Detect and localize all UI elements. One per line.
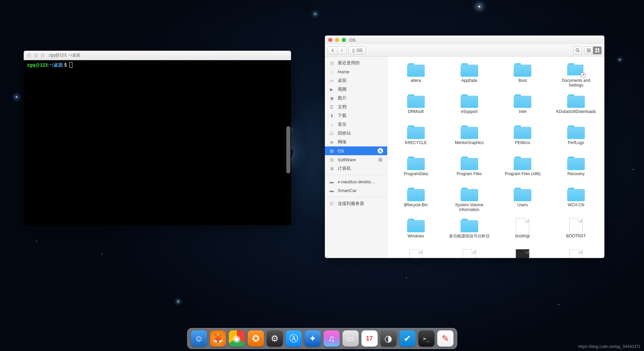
icon-view-button[interactable] bbox=[593, 46, 602, 54]
eject-button[interactable] bbox=[378, 157, 383, 162]
file-item-label: Users bbox=[517, 203, 528, 212]
dock-foxit[interactable]: ✪ bbox=[248, 330, 264, 347]
terminal-window[interactable]: zgq@123: ~/桌面 zgq@123:~/桌面 $ bbox=[24, 51, 291, 225]
file-item[interactable]: altera bbox=[391, 61, 441, 89]
eject-button[interactable] bbox=[378, 148, 383, 154]
file-item[interactable]: KRECYCLE bbox=[391, 123, 441, 151]
content-pane[interactable]: alteraAppDataBoot↗Documents and Settings… bbox=[387, 56, 604, 258]
sidebar-item-os[interactable]: ⊟OS bbox=[325, 146, 387, 155]
disk-icon: ⊟ bbox=[329, 148, 334, 154]
minimize-button[interactable] bbox=[34, 53, 38, 57]
file-item[interactable]: Users bbox=[498, 186, 548, 213]
sidebar-item--[interactable]: ♺回收站 bbox=[325, 129, 387, 138]
sidebar-item--[interactable]: ♪音乐 bbox=[325, 120, 387, 129]
search-button[interactable] bbox=[573, 46, 582, 54]
file-item[interactable]: Program Files bbox=[444, 155, 494, 182]
file-item[interactable]: Intel bbox=[498, 92, 548, 120]
dock-settings[interactable]: ⚙ bbox=[267, 330, 283, 347]
sidebar-item--[interactable]: ▶视频 bbox=[325, 85, 387, 94]
folder-icon bbox=[567, 125, 585, 139]
dock-safari[interactable]: ✦ bbox=[305, 330, 321, 347]
file-item[interactable]: ↗Documents and Settings bbox=[551, 61, 601, 89]
sidebar-item--[interactable]: ▭桌面 bbox=[325, 76, 387, 85]
file-item-label: Windows bbox=[408, 234, 424, 243]
file-item[interactable] bbox=[444, 248, 494, 258]
file-item[interactable]: AppData bbox=[444, 61, 494, 89]
dock-terminal[interactable]: >_ bbox=[418, 330, 435, 347]
file-item[interactable]: Boot bbox=[498, 61, 548, 89]
file-item[interactable]: Program Files (x86) bbox=[498, 155, 548, 182]
path-bar[interactable]: ▯ OS bbox=[349, 46, 366, 54]
dock-utility[interactable]: ✔ bbox=[399, 330, 416, 347]
folder-icon bbox=[407, 94, 425, 108]
file-item[interactable]: bootmgr bbox=[498, 217, 548, 244]
file-item[interactable]: PEMicro bbox=[498, 123, 548, 151]
file-item[interactable]: $Recycle.Bin bbox=[391, 186, 441, 213]
sidebar-item--[interactable]: ◉图片 bbox=[325, 94, 387, 102]
terminal-title: zgq@123: ~/桌面 bbox=[49, 52, 80, 58]
sidebar-item-home[interactable]: ⌂Home bbox=[325, 67, 387, 76]
file-item[interactable] bbox=[498, 248, 548, 258]
sidebar-item--[interactable]: ⬇下载 bbox=[325, 111, 387, 120]
dock-chrome[interactable]: ◉ bbox=[229, 330, 245, 347]
sidebar-item--[interactable]: ☰文档 bbox=[325, 102, 387, 111]
maximize-button[interactable] bbox=[342, 38, 346, 42]
close-button[interactable] bbox=[328, 38, 332, 42]
disk-icon: ⊟ bbox=[329, 157, 334, 162]
file-item[interactable]: Recovery bbox=[551, 155, 601, 182]
download-icon: ⬇ bbox=[329, 113, 334, 118]
dock-calendar[interactable]: 17 bbox=[361, 330, 378, 347]
sidebar-item-label: 桌面 bbox=[338, 77, 347, 84]
close-button[interactable] bbox=[27, 53, 31, 57]
list-view-button[interactable] bbox=[584, 46, 593, 54]
image-icon: ◉ bbox=[329, 96, 334, 101]
dock-itunes[interactable]: ♫ bbox=[324, 330, 340, 347]
sidebar-item-label: 网络 bbox=[338, 139, 347, 145]
file-item[interactable]: WCH.CN bbox=[551, 186, 601, 213]
terminal-body[interactable]: zgq@123:~/桌面 $ bbox=[24, 60, 291, 225]
sidebar-item-software[interactable]: ⊟SoftWare bbox=[325, 155, 387, 164]
dock-finder[interactable]: ☺ bbox=[191, 330, 207, 347]
maximize-button[interactable] bbox=[41, 53, 45, 57]
star bbox=[479, 6, 480, 7]
file-item[interactable] bbox=[551, 248, 601, 258]
sidebar-item--[interactable]: 🖥计算机 bbox=[325, 164, 387, 173]
back-button[interactable] bbox=[328, 46, 337, 54]
dock-firefox[interactable]: 🦊 bbox=[210, 330, 226, 347]
sidebar-item-x-nautilus-deskto-[interactable]: ▬x-nautilus-deskto… bbox=[325, 177, 387, 186]
file-item[interactable]: PerfLogs bbox=[551, 123, 601, 151]
file-item[interactable]: Windows bbox=[391, 217, 441, 244]
file-manager-titlebar[interactable]: OS bbox=[325, 36, 604, 44]
terminal-titlebar[interactable]: zgq@123: ~/桌面 bbox=[24, 51, 291, 60]
minimize-button[interactable] bbox=[335, 38, 339, 42]
svg-rect-1 bbox=[595, 48, 597, 50]
dock-facetime[interactable]: ▭ bbox=[342, 330, 359, 347]
file-item-label: 多功能虚拟信号分析仪 bbox=[449, 234, 490, 243]
file-item[interactable]: ProgramData bbox=[391, 155, 441, 182]
file-manager-window[interactable]: OS ▯ OS ◷最近使用的⌂Home▭桌面▶视频◉图片☰文档⬇下载♪音乐♺回收… bbox=[325, 36, 604, 258]
file-item-label: Intel bbox=[519, 109, 527, 119]
file-item[interactable]: BOOTNXT bbox=[551, 217, 601, 244]
dock-quicktime[interactable]: ◑ bbox=[380, 330, 397, 347]
sidebar-item-label: Home bbox=[338, 69, 350, 74]
folder-icon bbox=[461, 125, 478, 139]
sidebar-item-smartcar[interactable]: ▬SmartCar bbox=[325, 186, 387, 195]
sidebar-item--[interactable]: ⊕网络 bbox=[325, 138, 387, 146]
file-item[interactable]: KDubaSoftDownloads bbox=[551, 92, 601, 120]
terminal-scrollbar[interactable] bbox=[286, 126, 290, 173]
file-item[interactable]: DRMsoft bbox=[391, 92, 441, 120]
sidebar-separator bbox=[325, 175, 387, 175]
dock-notes[interactable]: ✎ bbox=[437, 330, 453, 347]
sidebar-item--[interactable]: ◷最近使用的 bbox=[325, 59, 387, 67]
forward-button[interactable] bbox=[337, 46, 347, 54]
sidebar-item--[interactable]: ☷连接到服务器 bbox=[325, 199, 387, 208]
watermark: https://blog.csdn.net/qq_34430371 bbox=[578, 344, 641, 349]
file-item[interactable]: System Volume Information bbox=[444, 186, 494, 213]
server-icon: ☷ bbox=[329, 201, 334, 206]
file-item[interactable]: 多功能虚拟信号分析仪 bbox=[444, 217, 494, 244]
folder-icon bbox=[514, 187, 531, 201]
file-item[interactable]: MentorGraphics bbox=[444, 123, 494, 151]
file-item[interactable] bbox=[391, 248, 441, 258]
file-item[interactable]: eSupport bbox=[444, 92, 494, 120]
dock-appstore[interactable]: Ⓐ bbox=[286, 330, 302, 347]
